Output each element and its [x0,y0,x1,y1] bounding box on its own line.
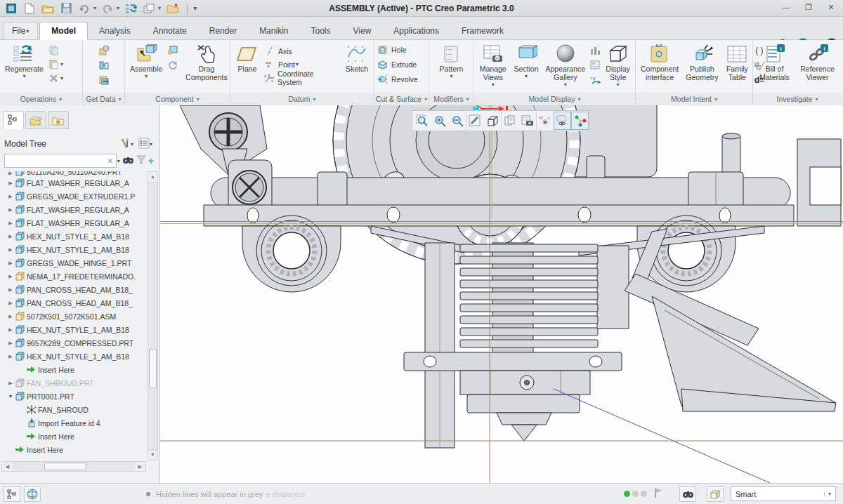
plane-button[interactable]: Plane [233,41,262,93]
pattern-button[interactable]: ▪ ▪ ▪▪ ▪ ▪▪ ▪ ▪ Pattern ▾ [437,41,466,93]
expand-arrow[interactable]: ▶ [6,194,15,199]
tab-favorites[interactable]: ✱ [48,111,69,129]
search-clear-icon[interactable]: ✕ [107,157,117,165]
tree-item[interactable]: □Import Feature id 4 [1,416,148,430]
select-box-button[interactable] [707,486,724,502]
undo-button[interactable] [77,2,91,15]
scroll-right-arrow[interactable]: ▶ [135,462,145,471]
appearance-gallery-button[interactable]: Appearance Gallery ▾ [542,41,588,93]
tree-item[interactable]: ▶PAN_CROSS_HEAD_AM_B18_ [1,283,148,296]
tree-item[interactable]: ▶9657K289_COMPRESSED.PRT [1,336,148,350]
expand-arrow[interactable]: ▶ [6,234,15,239]
saved-orientations-button[interactable] [501,112,518,130]
customize-quick-access-dropdown[interactable]: ▾ [193,4,197,12]
expand-arrow[interactable]: ▶ [6,274,15,279]
tree-item-insert-here[interactable]: Insert Here [1,430,148,443]
repaint-button[interactable] [466,112,483,130]
tree-item[interactable]: yzxFAN_SHROUD [1,403,148,416]
window-switch-dropdown[interactable]: ▾ [158,5,161,11]
find-icon[interactable] [122,155,134,166]
sketch-button[interactable]: Sketch [342,41,372,93]
close-window-button[interactable] [165,2,179,15]
repeat-icon[interactable] [166,60,178,72]
expand-arrow[interactable]: ▶ [6,380,15,386]
tree-item[interactable]: ▶GREGS_WADE_EXTRUDER1.P [1,190,148,203]
expand-arrow[interactable]: ▶ [6,247,15,253]
redo-dropdown[interactable]: ▾ [117,5,119,11]
bill-of-materials-button[interactable]: i Bill of Materials [755,41,794,93]
new-file-button[interactable] [22,2,37,15]
tab-view[interactable]: View [342,22,383,40]
family-table-button[interactable]: Family Table [722,41,752,93]
expand-arrow[interactable]: ▶ [6,220,15,226]
close-button[interactable]: ✕ [825,2,837,13]
drag-components-button[interactable]: Drag Components [183,41,230,93]
tree-item-insert-here[interactable]: Insert Here [1,363,148,376]
redo-button[interactable] [100,2,115,15]
tree-item[interactable]: ▶PAN_CROSS_HEAD_AM_B18_ [1,296,148,310]
expand-arrow[interactable]: ▶ [6,260,15,266]
spin-center-button[interactable] [571,112,589,130]
tree-item[interactable]: ▶FLAT_WASHER_REGULAR_A [1,203,148,216]
group-label-investigate[interactable]: Investigate▾ [753,93,842,105]
tree-item[interactable]: ▼PRT0001.PRT [1,390,148,403]
expand-arrow[interactable]: ▶ [6,327,15,333]
tab-framework[interactable]: Framework [450,22,515,40]
tab-applications[interactable]: Applications [382,22,450,40]
tab-manikin[interactable]: Manikin [248,22,299,40]
scroll-down-arrow[interactable]: ▼ [148,449,157,460]
view-manager-button[interactable] [518,112,536,130]
add-column-icon[interactable]: + [148,155,154,166]
section-button[interactable]: Section ▾ [511,41,541,93]
collapse-arrow[interactable]: ▼ [6,394,15,399]
graphics-area[interactable]: ×/✳× [160,105,843,483]
tree-item[interactable]: ▶NEMA_17_FREDETERMINADO. [1,270,148,283]
restore-button[interactable]: ❐ [802,2,815,13]
tree-settings-icon[interactable] [138,138,150,151]
toggle-browser-button[interactable] [24,486,41,502]
tab-tools[interactable]: Tools [299,22,341,40]
group-label-modifiers[interactable]: Modifiers▾ [429,93,473,105]
tree-item[interactable]: ▶FLAT_WASHER_REGULAR_A [1,216,148,230]
expand-arrow[interactable]: ▶ [6,314,15,319]
regenerate-quick-button[interactable] [124,2,138,15]
tree-tools-dropdown[interactable]: ▾ [131,141,133,147]
tree-search-input[interactable] [4,154,117,168]
publish-geometry-button[interactable]: Publish Geometry [683,41,721,93]
filter-icon[interactable] [136,155,146,166]
group-label-model-display[interactable]: Model Display▾ [474,93,635,105]
tab-analysis[interactable]: Analysis [88,22,142,40]
tab-model-tree[interactable] [3,111,24,129]
tree-item[interactable]: ▶HEX_NUT_STYLE_1_AM_B18 [1,230,148,243]
display-style-button[interactable]: Display Style ▾ [603,41,633,93]
tab-render[interactable]: Render [198,22,248,40]
tree-settings-dropdown[interactable]: ▾ [150,141,152,147]
user-defined-feature-icon[interactable] [98,44,110,56]
zoom-out-button[interactable] [448,112,466,130]
scrollbar-thumb[interactable] [149,349,157,388]
open-file-button[interactable] [41,2,55,15]
expand-arrow[interactable]: ▶ [6,354,15,359]
expand-arrow[interactable]: ▶ [6,287,15,293]
find-button[interactable] [679,486,696,502]
zoom-in-button[interactable] [431,112,448,130]
component-display-icon[interactable] [589,59,601,71]
scroll-up-arrow[interactable]: ▲ [148,172,157,183]
assemble-button[interactable]: Assemble ▾ [127,41,165,93]
regeneration-status-indicator[interactable] [624,491,647,497]
tree-tools-icon[interactable] [119,138,131,151]
selection-filter-dropdown[interactable]: Smart ▾ [731,486,836,501]
toggle-model-tree-button[interactable] [4,486,20,502]
group-label-datum[interactable]: Datum▾ [230,93,374,105]
window-switch-button[interactable] [142,2,156,15]
tab-file[interactable]: File▾ [3,22,38,40]
expand-arrow[interactable]: ▶ [6,207,15,213]
tree-item[interactable]: ▶GREGS_WADE_HINGE_1.PRT [1,256,148,270]
tree-horizontal-scrollbar[interactable]: ◀ ▶ [1,461,146,472]
tree-item[interactable]: ▶HEX_NUT_STYLE_1_AM_B18 [1,323,148,336]
tree-item-insert-here[interactable]: Insert Here [1,443,148,456]
tree-item[interactable]: ▶5072K501_5072K501.ASM [1,310,148,323]
component-interface-button[interactable]: Component inte­rface [638,41,681,93]
scroll-left-arrow[interactable]: ◀ [2,462,13,471]
edit-position-icon[interactable]: +y [589,74,601,86]
